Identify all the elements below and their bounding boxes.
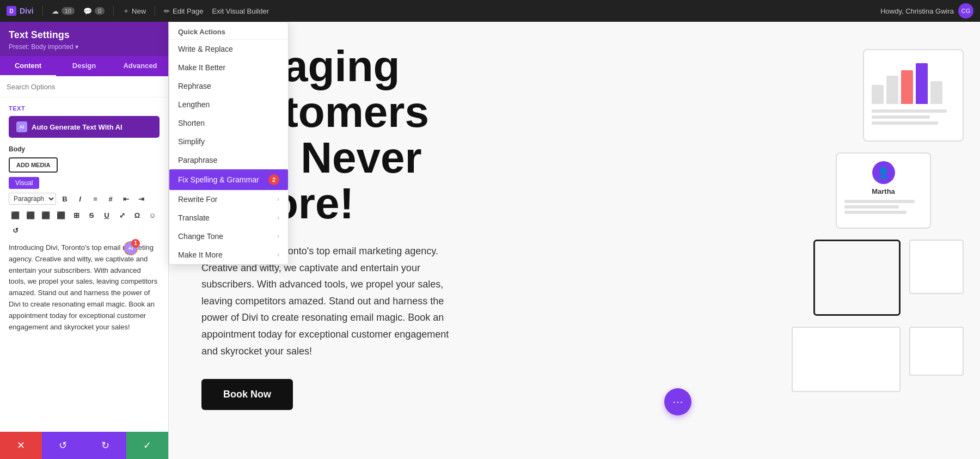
bottom-box-2 (909, 327, 964, 376)
tab-advanced[interactable]: Advanced (112, 56, 168, 76)
ai-icon: AI (16, 121, 27, 132)
ol-button[interactable]: # (104, 192, 117, 205)
visual-tab[interactable]: Visual (9, 177, 39, 189)
fullscreen-button[interactable]: ⤢ (115, 209, 128, 222)
menu-item-shorten[interactable]: Shorten (169, 114, 288, 132)
redo-history-button[interactable]: ↻ (84, 432, 126, 459)
text-section-title: Text (9, 105, 160, 112)
user-avatar: CG (958, 3, 973, 19)
bar-4 (916, 63, 928, 104)
indent-decrease-button[interactable]: ⇤ (119, 192, 132, 205)
panel-preset[interactable]: Preset: Body imported ▾ (9, 43, 160, 51)
panel-tabs: Content Design Advanced (0, 56, 168, 76)
book-now-button[interactable]: Book Now (201, 379, 293, 410)
new-button[interactable]: ＋ New (122, 6, 146, 16)
menu-item-change-tone[interactable]: Change Tone › (169, 227, 288, 246)
panel-search-area (0, 76, 168, 97)
chart-mockup (863, 49, 964, 142)
underline-button[interactable]: U (100, 209, 113, 222)
top-bar: D Divi ☁ 10 💬 0 ＋ New ✏ Edit Page Exit V… (0, 0, 980, 22)
make-more-arrow: › (277, 251, 279, 259)
plus-icon: ＋ (122, 6, 130, 16)
cancel-button[interactable]: ✕ (0, 432, 42, 459)
menu-item-paraphrase[interactable]: Paraphrase (169, 151, 288, 169)
translate-arrow: › (277, 214, 279, 222)
strikethrough-button[interactable]: S (85, 209, 98, 222)
menu-item-make-better[interactable]: Make It Better (169, 58, 288, 77)
pencil-icon: ✏ (164, 7, 170, 15)
menu-item-write-replace[interactable]: Write & Replace (169, 40, 288, 58)
align-center-button[interactable]: ⬛ (24, 209, 37, 222)
content-area: Engaging Customers Like Never Before! In… (169, 22, 980, 459)
search-input[interactable] (7, 83, 162, 91)
align-right-button[interactable]: ⬛ (39, 209, 52, 222)
bold-button[interactable]: B (58, 192, 71, 205)
outline-box-1 (813, 240, 901, 316)
bar-1 (872, 85, 884, 104)
special-chars-button[interactable]: Ω (131, 209, 144, 222)
editor-mode-row: Visual (9, 177, 160, 189)
outline-box-2 (909, 240, 964, 294)
rewrite-for-arrow: › (277, 195, 279, 203)
table-button[interactable]: ⊞ (70, 209, 83, 222)
divider-1 (42, 5, 43, 16)
comment-item[interactable]: 💬 0 (83, 7, 105, 15)
add-media-button[interactable]: ADD MEDIA (9, 157, 58, 173)
menu-item-rephrase[interactable]: Rephrase (169, 77, 288, 95)
cloud-item[interactable]: ☁ 10 (52, 7, 75, 15)
outline-mockups (813, 240, 964, 316)
user-area: Howdy, Christina Gwira CG (880, 3, 973, 19)
panel-title: Text Settings (9, 29, 160, 41)
comment-icon: 💬 (83, 7, 92, 15)
divi-logo[interactable]: D Divi (7, 6, 34, 16)
bar-chart (872, 63, 955, 104)
indent-increase-button[interactable]: ⇥ (134, 192, 148, 205)
emoji-button[interactable]: ☺ (146, 209, 159, 222)
menu-item-lengthen[interactable]: Lengthen (169, 95, 288, 114)
bottom-mockups (792, 327, 964, 392)
confirm-button[interactable]: ✓ (126, 432, 168, 459)
paragraph-select[interactable]: Paragraph (9, 193, 56, 205)
align-left-button[interactable]: ⬛ (9, 209, 22, 222)
bottom-box-1 (792, 327, 901, 392)
divider-3 (155, 5, 155, 16)
exit-visual-builder-button[interactable]: Exit Visual Builder (212, 7, 269, 15)
floating-action-button[interactable]: ⋯ (664, 388, 691, 415)
menu-item-translate[interactable]: Translate › (169, 209, 288, 227)
profile-name: Martha (872, 187, 895, 195)
editor-toolbar-row2: ⬛ ⬛ ⬛ ⬛ ⊞ S U ⤢ Ω ☺ ↺ (9, 209, 160, 237)
tab-design[interactable]: Design (56, 56, 112, 76)
dropdown-header: Quick Actions (169, 22, 288, 40)
profile-mockup: 👤 Martha (836, 152, 931, 229)
ai-generate-button[interactable]: AI Auto Generate Text With AI (9, 116, 160, 138)
profile-avatar: 👤 (872, 161, 895, 184)
ai-cursor-badge: 1 (131, 239, 140, 248)
italic-button[interactable]: I (74, 192, 87, 205)
menu-item-rewrite-for[interactable]: Rewrite For › (169, 190, 288, 209)
menu-item-fix-spelling[interactable]: Fix Spelling & Grammar 2 (169, 169, 288, 190)
panel-header: Text Settings Preset: Body imported ▾ (0, 22, 168, 56)
menu-item-simplify[interactable]: Simplify (169, 132, 288, 151)
change-tone-arrow: › (277, 232, 279, 240)
body-label: Body (9, 145, 160, 153)
ai-cursor-indicator: AI 1 (124, 241, 138, 255)
undo-button[interactable]: ↺ (9, 224, 22, 237)
body-section: Body ADD MEDIA Visual Paragraph B I ≡ # … (0, 140, 168, 340)
text-section: Text AI Auto Generate Text With AI (0, 97, 168, 140)
edit-page-button[interactable]: ✏ Edit Page (164, 7, 203, 15)
bottom-bar: ✕ ↺ ↻ ✓ (0, 432, 168, 459)
align-justify-button[interactable]: ⬛ (54, 209, 68, 222)
undo-history-button[interactable]: ↺ (42, 432, 84, 459)
user-label: Howdy, Christina Gwira (880, 7, 954, 15)
ul-button[interactable]: ≡ (89, 192, 102, 205)
main-layout: Text Settings Preset: Body imported ▾ Co… (0, 0, 980, 459)
menu-item-make-more[interactable]: Make It More › (169, 246, 288, 264)
fix-spelling-badge: 2 (268, 174, 279, 185)
divi-icon: D (7, 6, 16, 16)
chart-lines (872, 109, 955, 125)
editor-body[interactable]: Introducing Divi, Toronto's top email ma… (9, 240, 160, 335)
left-panel: Text Settings Preset: Body imported ▾ Co… (0, 22, 169, 459)
cloud-icon: ☁ (52, 7, 59, 15)
quick-actions-dropdown: Quick Actions Write & Replace Make It Be… (169, 22, 289, 265)
tab-content[interactable]: Content (0, 56, 56, 76)
